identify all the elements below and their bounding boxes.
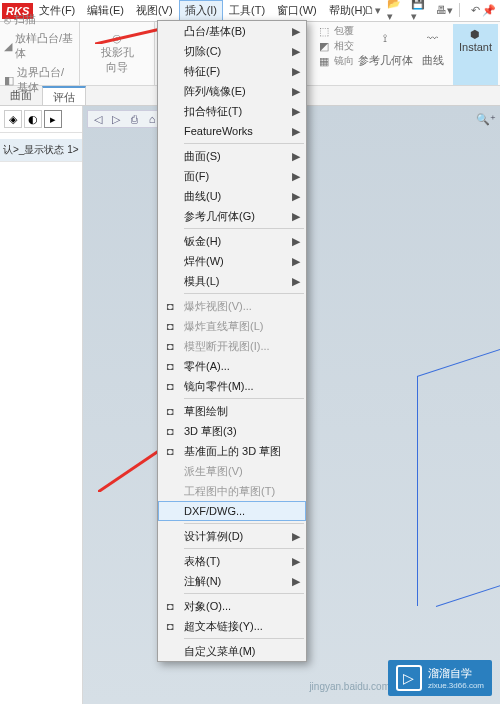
sketch3d-icon: ◘: [162, 423, 178, 439]
feature-icons: ⬚包覆 ◩相交 ▦镜向: [316, 24, 354, 68]
watermark-logo-icon: ▷: [396, 665, 422, 691]
intersect-label: 相交: [334, 39, 354, 53]
menu-separator: [184, 293, 304, 294]
submenu-arrow-icon: ▶: [292, 25, 300, 38]
shell-icon[interactable]: ▦: [316, 54, 332, 68]
menu-item[interactable]: FeatureWorks▶: [158, 121, 306, 141]
menu-item[interactable]: 切除(C)▶: [158, 41, 306, 61]
tab-surface[interactable]: 曲面: [0, 86, 42, 105]
menu-item-label: 焊件(W): [184, 254, 224, 269]
menu-separator: [184, 143, 304, 144]
menu-item[interactable]: 注解(N)▶: [158, 571, 306, 591]
quick-access-toolbar: 🗋▾ 📂▾ 💾▾ 🖶▾ ↶: [363, 2, 484, 18]
break-icon: ◘: [162, 338, 178, 354]
menu-item: 工程图中的草图(T): [158, 481, 306, 501]
menu-item[interactable]: 自定义菜单(M): [158, 641, 306, 661]
menu-item[interactable]: ◘草图绘制: [158, 401, 306, 421]
menu-separator: [184, 523, 304, 524]
menu-item-label: 扣合特征(T): [184, 104, 242, 119]
menu-item[interactable]: ◘3D 草图(3): [158, 421, 306, 441]
menu-item-label: 爆炸直线草图(L): [184, 319, 263, 334]
menu-item: 派生草图(V): [158, 461, 306, 481]
submenu-arrow-icon: ▶: [292, 575, 300, 588]
hole-wizard-icon: ◎: [112, 32, 122, 45]
feature-tree-panel: ◈ ◐ ▸ 认>_显示状态 1>: [0, 106, 83, 704]
menu-item-label: 切除(C): [184, 44, 221, 59]
rib-icon[interactable]: ⬚: [316, 24, 332, 38]
submenu-arrow-icon: ▶: [292, 65, 300, 78]
bc-back-icon[interactable]: ◁: [90, 112, 106, 126]
instant3d-icon: ⬢: [459, 28, 492, 41]
menu-item[interactable]: 设计算例(D)▶: [158, 526, 306, 546]
menu-item[interactable]: DXF/DWG...: [158, 501, 306, 521]
menu-item-label: 对象(O)...: [184, 599, 231, 614]
loft-label: 放样凸台/基体: [15, 31, 75, 61]
display-state-item[interactable]: 认>_显示状态 1>: [0, 139, 82, 162]
menu-item[interactable]: ◘超文本链接(Y)...: [158, 616, 306, 636]
submenu-arrow-icon: ▶: [292, 530, 300, 543]
file-new-icon[interactable]: 🗋▾: [363, 2, 381, 18]
menu-separator: [184, 638, 304, 639]
menu-item[interactable]: ◘镜向零件(M)...: [158, 376, 306, 396]
ribbon-mid-group[interactable]: ◎ 投影孔 向导: [80, 22, 155, 85]
save-icon[interactable]: 💾▾: [411, 2, 429, 18]
menu-item-label: 3D 草图(3): [184, 424, 237, 439]
menu-item[interactable]: 面(F)▶: [158, 166, 306, 186]
menu-item[interactable]: 表格(T)▶: [158, 551, 306, 571]
refgeom-label: 参考几何体: [358, 53, 413, 68]
menu-item-label: FeatureWorks: [184, 125, 253, 137]
draft-icon[interactable]: ◩: [316, 39, 332, 53]
menu-item[interactable]: 曲线(U)▶: [158, 186, 306, 206]
menu-item: ◘模型断开视图(I)...: [158, 336, 306, 356]
mirror-part-icon: ◘: [162, 378, 178, 394]
undo-icon[interactable]: ↶: [466, 2, 484, 18]
menu-item-label: 模型断开视图(I)...: [184, 339, 270, 354]
curves-button[interactable]: 〰 曲线: [417, 24, 449, 68]
menu-item-label: 零件(A)...: [184, 359, 230, 374]
insert-menu-dropdown: 凸台/基体(B)▶切除(C)▶特征(F)▶阵列/镜像(E)▶扣合特征(T)▶Fe…: [157, 20, 307, 662]
menu-view[interactable]: 视图(V): [130, 0, 179, 21]
menu-item[interactable]: ◘基准面上的 3D 草图: [158, 441, 306, 461]
instant3d-button[interactable]: ⬢ Instant: [453, 24, 498, 85]
menu-window[interactable]: 窗口(W): [271, 0, 323, 21]
menu-item[interactable]: ◘对象(O)...: [158, 596, 306, 616]
submenu-arrow-icon: ▶: [292, 150, 300, 163]
scan-label: 扫描: [14, 12, 36, 27]
pin-icon[interactable]: 📌: [482, 4, 496, 17]
menu-item[interactable]: 特征(F)▶: [158, 61, 306, 81]
menu-separator: [184, 548, 304, 549]
part-icon: ◘: [162, 358, 178, 374]
menu-item[interactable]: 钣金(H)▶: [158, 231, 306, 251]
refgeom-icon: ⟟: [369, 24, 401, 52]
menu-item[interactable]: 曲面(S)▶: [158, 146, 306, 166]
menu-tools[interactable]: 工具(T): [223, 0, 271, 21]
menu-item[interactable]: 参考几何体(G)▶: [158, 206, 306, 226]
config-tab-icon[interactable]: ◐: [24, 110, 42, 128]
display-tab-icon[interactable]: ▸: [44, 110, 62, 128]
menu-item[interactable]: 扣合特征(T)▶: [158, 101, 306, 121]
menu-insert[interactable]: 插入(I): [179, 0, 223, 21]
tree-tab-icon[interactable]: ◈: [4, 110, 22, 128]
search-icon[interactable]: 🔍⁺: [476, 110, 496, 128]
refgeom-button[interactable]: ⟟ 参考几何体: [358, 24, 413, 68]
menu-edit[interactable]: 编辑(E): [81, 0, 130, 21]
submenu-arrow-icon: ▶: [292, 170, 300, 183]
menu-item[interactable]: 凸台/基体(B)▶: [158, 21, 306, 41]
loft-button[interactable]: ◢放样凸台/基体: [2, 30, 77, 62]
bc-fwd-icon[interactable]: ▷: [108, 112, 124, 126]
tab-evaluate[interactable]: 评估: [42, 86, 86, 105]
menu-item[interactable]: 焊件(W)▶: [158, 251, 306, 271]
scan-button[interactable]: ⎋扫描: [2, 11, 77, 28]
file-open-icon[interactable]: 📂▾: [387, 2, 405, 18]
menu-item[interactable]: 阵列/镜像(E)▶: [158, 81, 306, 101]
ribbon-left-group: ⎋扫描 ◢放样凸台/基体 ◧边界凸台/基体: [0, 22, 80, 85]
watermark-sub: zixue.3d66.com: [428, 681, 484, 690]
menu-item[interactable]: ◘零件(A)...: [158, 356, 306, 376]
print-icon[interactable]: 🖶▾: [435, 2, 453, 18]
object-icon: ◘: [162, 598, 178, 614]
submenu-arrow-icon: ▶: [292, 45, 300, 58]
bc-doc-icon[interactable]: ⎙: [126, 112, 142, 126]
wrap-label: 包覆: [334, 24, 354, 38]
menu-item[interactable]: 模具(L)▶: [158, 271, 306, 291]
submenu-arrow-icon: ▶: [292, 210, 300, 223]
